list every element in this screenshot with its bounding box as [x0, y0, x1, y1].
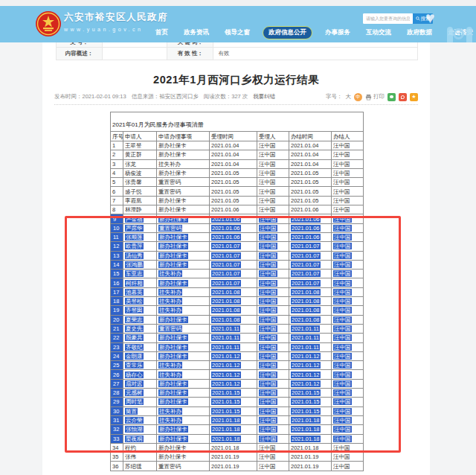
- table-row: 21夏史先重置密码2021.01.11汪中国2021.01.11汪中国: [111, 324, 364, 333]
- cell-value: 2021.01.08: [291, 316, 321, 323]
- cell-value: 汪中国: [259, 280, 277, 287]
- cell-value: 2021.01.07: [211, 261, 241, 268]
- table-row: 31云介荣挂失补办2021.01.18汪中国2021.01.18汪中国: [111, 415, 364, 424]
- cell-value: 2021.01.05: [291, 179, 319, 185]
- cell-value: 汪中国: [259, 334, 277, 341]
- cell-value: 2021.01.15: [211, 398, 241, 405]
- cell-value: 2021.01.19: [211, 463, 239, 470]
- cell-value: 汪中国: [259, 298, 277, 305]
- search-input[interactable]: [363, 13, 413, 24]
- cell-value: 汪中国: [259, 188, 276, 195]
- cell-value: 2021.01.12: [291, 362, 321, 369]
- cell-value: 夏荣志: [125, 316, 144, 323]
- table-row: 11张顺莲新办社保卡2021.01.06汪中国2021.01.06汪中国: [111, 232, 364, 241]
- table-row: 8林澄静新办社保卡2021.01.06汪中国2021.01.06汪中国: [111, 205, 364, 214]
- cell-value: 汪中国: [259, 216, 277, 223]
- cell-value: 扇对迟: [125, 380, 144, 387]
- table-row: 14张鸿鹏新办社保卡2021.01.07汪中国2021.01.07汪中国: [111, 260, 364, 269]
- cell-value: 2021.01.12: [211, 372, 241, 378]
- nav-item-link[interactable]: 首页: [152, 27, 171, 39]
- nav-item-active[interactable]: 政府信息公开: [263, 26, 312, 39]
- cell-value: 汪中国: [333, 408, 352, 415]
- cell-value: 新办社保卡: [158, 234, 188, 240]
- cell-value: 汪中国: [259, 325, 277, 332]
- cell-value: 挂失补办: [158, 307, 182, 313]
- cell-value: 汪中国: [259, 161, 276, 168]
- cell-value: 汪中国: [259, 408, 277, 415]
- meta-label-validity: 有 效 性：: [167, 48, 213, 60]
- cell-value: 汪中国: [333, 316, 352, 323]
- cell-value: 2021.01.05: [291, 188, 319, 195]
- header-decoration: [447, 27, 453, 42]
- favorite-star-icon[interactable]: ★: [410, 93, 418, 101]
- cell-value: 11: [112, 234, 120, 240]
- cell-value: 汪中国: [333, 142, 350, 149]
- wechat-share-icon[interactable]: [387, 93, 396, 101]
- printer-icon: [365, 94, 372, 101]
- cell-value: 2021.01.08: [211, 289, 241, 296]
- cell-value: 2021.01.07: [291, 261, 321, 268]
- cell-value: 新办社保卡: [158, 444, 187, 451]
- cell-value: 2021.01.04: [291, 161, 319, 168]
- print-button[interactable]: 打印: [365, 93, 385, 101]
- site-name: 六安市裕安区人民政府: [64, 11, 168, 24]
- cell-value: 汪中国: [259, 234, 277, 240]
- cell-value: 挂失补办: [158, 289, 182, 296]
- cell-value: 2021.01.15: [291, 398, 321, 405]
- column-header: 办结人: [332, 132, 364, 141]
- cell-value: 2021.01.11: [211, 325, 240, 332]
- cell-value: 31: [112, 417, 120, 424]
- cell-value: 新办社保卡: [158, 261, 188, 268]
- table-row: 22殷豪共新办社保卡2021.01.11汪中国2021.01.11汪中国: [111, 334, 364, 342]
- cell-value: 新办社保卡: [158, 436, 188, 442]
- cell-value: 杨存心: [125, 372, 144, 378]
- meta-value-summary: [103, 48, 167, 60]
- nav-item-link[interactable]: 政府数据: [404, 27, 435, 39]
- header-search: 搜索: [363, 13, 433, 24]
- cell-value: 2021.01.18: [291, 426, 321, 433]
- cell-value: 汪中国: [259, 362, 277, 369]
- nav-item-link[interactable]: 互动交流: [363, 27, 394, 39]
- cell-value: 汪中国: [259, 307, 277, 313]
- cell-value: 新办社保卡: [158, 398, 188, 405]
- top-strip: [0, 0, 476, 6]
- table-row: 2黄正群新办社保卡2021.01.04汪中国2021.01.04汪中国: [111, 150, 364, 159]
- cell-value: 7: [112, 197, 115, 204]
- national-emblem-icon: [35, 8, 62, 39]
- cell-value: 2021.01.19: [291, 453, 319, 460]
- cell-value: 齐登囡: [125, 307, 144, 313]
- cell-value: 新办社保卡: [158, 206, 187, 213]
- cell-value: 2: [112, 151, 115, 158]
- cell-value: 汪中国: [333, 417, 352, 424]
- cell-value: 21: [112, 325, 120, 332]
- cell-value: 杨俊波: [125, 170, 142, 176]
- cell-value: 汪中国: [333, 372, 352, 378]
- cell-value: 汪中国: [333, 289, 352, 296]
- column-header: 受理时间: [210, 132, 257, 141]
- content-panel: 文 号： 关 键 词： 内容概述： 有 效 性： 有效 2021年1月西河口乡权…: [42, 6, 430, 475]
- nav-item-link[interactable]: 办事服务: [322, 27, 353, 39]
- table-row: 5张贵馨重置密码2021.01.05汪中国2021.01.05汪中国: [111, 178, 364, 187]
- cell-value: 汪中国: [333, 188, 350, 195]
- cell-value: 2021.01.15: [211, 408, 241, 415]
- table-row: 1王翠登新办社保卡2021.01.04汪中国2021.01.04汪中国: [111, 141, 364, 150]
- nav-item-link[interactable]: 领导之窗: [222, 27, 253, 39]
- cell-value: 2021.01.05: [291, 170, 319, 176]
- cell-value: 汪中国: [333, 197, 350, 204]
- cell-value: 汪中国: [333, 298, 352, 305]
- dotted-divider: [54, 104, 418, 105]
- cell-value: 2021.01.06: [291, 206, 319, 213]
- search-icon: [416, 16, 420, 21]
- cell-value: 2021.01.12: [291, 372, 321, 378]
- cell-value: 汪中国: [333, 453, 350, 460]
- font-size-medium-button[interactable]: 中: [354, 93, 362, 101]
- error-correction-link[interactable]: 我要纠错: [253, 93, 275, 101]
- weibo-share-icon[interactable]: [399, 93, 407, 101]
- cell-value: 吴登松: [125, 298, 144, 305]
- font-size-large-button[interactable]: 大: [346, 93, 352, 101]
- cell-value: 新办社保卡: [158, 151, 187, 158]
- cell-value: 2021.01.08: [291, 298, 321, 305]
- nav-item-link[interactable]: 政务资讯: [181, 27, 212, 39]
- cell-value: 新办社保卡: [158, 389, 188, 396]
- cell-value: 汤仙秀: [125, 252, 144, 259]
